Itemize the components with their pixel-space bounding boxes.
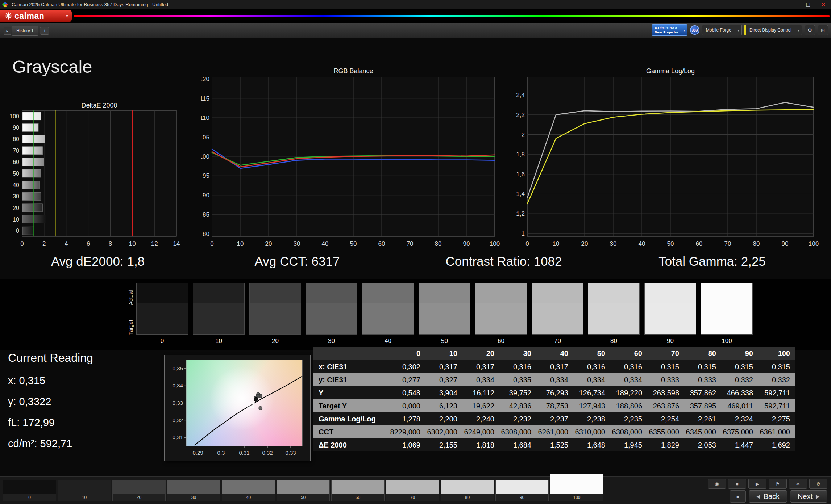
axis-label: 80 (203, 231, 209, 238)
table-row: Gamma Log/Log1,2782,2002,2402,2322,2372,… (313, 412, 795, 425)
patch-label: 50 (277, 494, 329, 501)
next-label: Next (798, 492, 813, 501)
swatch-100 (701, 283, 753, 335)
patch-button-0[interactable]: 0 (3, 480, 56, 501)
deltae-xtick: 4 (65, 240, 68, 247)
table-cell: 0,316 (499, 360, 536, 373)
rgb-svg: RGB Balance01020304050607080901008085909… (201, 68, 502, 251)
swatch-target-half (701, 303, 752, 334)
table-cell: 6375,000 (721, 425, 758, 438)
tab-history-1[interactable]: History 1 (12, 26, 38, 36)
record-button[interactable]: ◉ (708, 479, 726, 489)
table-cell: 0,334 (573, 373, 610, 386)
patch-color (113, 480, 165, 494)
table-cell: 1,945 (610, 438, 647, 452)
cie-ytick: 0,32 (173, 417, 183, 423)
play-button[interactable]: ▶ (748, 479, 766, 489)
axis-label: 90 (203, 192, 209, 199)
reading-x: x: 0,315 (8, 375, 93, 387)
table-cell: 3,904 (425, 386, 462, 399)
stop-measure-button[interactable]: ■ (730, 490, 746, 503)
table-cell: 0,335 (499, 373, 536, 386)
settings-button-bottom[interactable]: ⚙ (809, 479, 827, 489)
meter-name: X-Rite i1Pro 3 (655, 26, 678, 30)
patch-button-10[interactable]: 10 (58, 480, 111, 501)
add-tab-button[interactable]: + (40, 27, 49, 35)
patch-button-90[interactable]: 90 (495, 480, 549, 501)
grid-icon: ⊞ (821, 27, 825, 33)
patch-color (441, 480, 494, 494)
patch-button-30[interactable]: 30 (167, 480, 220, 501)
minimize-button[interactable]: – (785, 0, 801, 9)
tab-bar: ▸ History 1 + X-Rite i1Pro 3 Rear Projec… (0, 23, 831, 38)
patch-label: 0 (3, 494, 56, 501)
back-button[interactable]: ◀ Back (749, 490, 787, 503)
patch-button-100[interactable]: 100 (550, 474, 603, 501)
display-control-selector[interactable]: Direct Display Control ▾ (744, 25, 802, 35)
deltae-ytick: 0 (16, 228, 19, 234)
table-cell: 0,334 (536, 373, 573, 386)
calman-logo-button[interactable]: calman ▾ (0, 10, 72, 22)
table-header-cell: 60 (610, 347, 647, 360)
table-header-cell (313, 347, 388, 360)
meter-selector[interactable]: X-Rite i1Pro 3 Rear Projector ▾ (652, 24, 687, 36)
flag-icon: ⚑ (776, 481, 780, 487)
row-label: CCT (313, 425, 388, 438)
close-button[interactable]: × (816, 0, 831, 9)
patch-label: 70 (386, 494, 439, 501)
axis-label: 70 (407, 240, 414, 247)
patch-color (3, 480, 56, 494)
table-cell: 0,317 (536, 360, 573, 373)
patch-label: 90 (496, 494, 548, 501)
table-header-cell: 80 (684, 347, 721, 360)
measurement-point (259, 406, 262, 410)
axis-label: 50 (667, 240, 674, 247)
table-cell: 39,752 (499, 386, 536, 399)
cie-xtick: 0,31 (239, 450, 249, 456)
table-cell: 2,238 (573, 412, 610, 425)
history-prev-button[interactable]: ▸ (4, 27, 11, 35)
table-cell: 76,293 (536, 386, 573, 399)
deltae-ytick: 70 (13, 148, 19, 154)
stop-button[interactable]: ■ (728, 479, 746, 489)
flag-button[interactable]: ⚑ (769, 479, 787, 489)
play-icon: ▶ (756, 481, 759, 487)
deltae-ytick: 100 (9, 113, 19, 119)
table-row: x: CIE310,3020,3170,3170,3160,3170,3160,… (313, 360, 795, 373)
table-cell: 6,123 (425, 399, 462, 412)
table-header-cell: 20 (462, 347, 499, 360)
table-cell: 1,525 (536, 438, 573, 452)
table-cell: 263,876 (647, 399, 684, 412)
deltae-ytick: 90 (13, 125, 19, 131)
swatch-90 (644, 283, 696, 335)
settings-button[interactable]: ⚙ (805, 25, 815, 35)
table-cell: 6261,000 (536, 425, 573, 438)
patch-button-60[interactable]: 60 (331, 480, 385, 501)
patch-button-20[interactable]: 20 (112, 480, 166, 501)
swatch-label: 100 (701, 337, 753, 345)
swatch-target-half (193, 303, 244, 334)
chevron-down-icon: ▾ (735, 27, 739, 33)
gear-icon: ⚙ (816, 481, 820, 487)
swatch-target-half (306, 303, 357, 334)
loop-button[interactable]: ∞ (789, 479, 807, 489)
next-button[interactable]: Next ▶ (790, 490, 827, 503)
table-cell: 2,324 (721, 412, 758, 425)
deltae-ytick: 60 (13, 159, 19, 165)
table-cell: 0,334 (462, 373, 499, 386)
patch-button-80[interactable]: 80 (441, 480, 494, 501)
source-selector[interactable]: Mobile Forge ▾ (702, 25, 742, 35)
table-cell: 0,317 (462, 360, 499, 373)
layout-button[interactable]: ⊞ (818, 25, 828, 35)
row-label: y: CIE31 (313, 373, 388, 386)
patch-label: 60 (332, 494, 384, 501)
maximize-button[interactable]: ☐ (801, 0, 816, 9)
table-header-cell: 40 (536, 347, 573, 360)
table-cell: 188,806 (610, 399, 647, 412)
table-row: Y0,5483,90416,11239,75276,293126,734189,… (313, 386, 795, 399)
patch-button-70[interactable]: 70 (386, 480, 439, 501)
deltae-bar-100 (22, 112, 41, 120)
patch-button-50[interactable]: 50 (277, 480, 330, 501)
patch-button-40[interactable]: 40 (222, 480, 275, 501)
axis-label: 20 (265, 240, 272, 247)
